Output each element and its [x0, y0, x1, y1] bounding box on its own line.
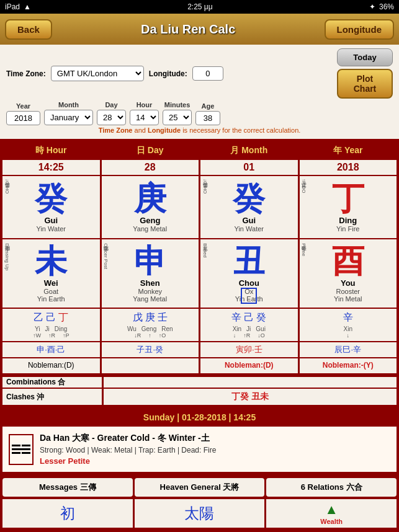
combinations-content	[104, 377, 397, 388]
stems-row: 傷官↓O HO 癸 Gui Yin Water 庚 Geng Yang Meta…	[2, 176, 397, 238]
combinations-label: Combinations 合	[2, 377, 102, 388]
nob-month: Nobleman:(D)	[200, 358, 298, 373]
stem-day-name: Geng	[140, 216, 160, 225]
hs-day-1: 戊	[133, 311, 143, 324]
stem-month-name: Gui	[242, 216, 256, 225]
hs-day-n2: Geng	[141, 326, 156, 332]
branch-month-char: 丑	[233, 245, 265, 277]
dots-day: 子丑·癸	[102, 342, 199, 357]
age-label: Age	[202, 102, 215, 110]
stem-day-desc: Yang Metal	[133, 225, 167, 233]
nob-hour: Nobleman:(D)	[2, 358, 100, 373]
hs-hour-3: 丁	[58, 311, 68, 324]
page-title: Da Liu Ren Calc	[141, 22, 235, 37]
year-group: Year	[6, 102, 40, 125]
column-values: 14:25 28 01 2018	[2, 160, 397, 175]
hs-day-a2: ↑	[148, 332, 151, 339]
controls-section: Time Zone: GMT UK/London Longitude: Toda…	[0, 45, 399, 140]
btc-relations-label: Wealth	[320, 518, 343, 525]
hs-hour-n2: Ji	[45, 326, 50, 332]
minutes-select[interactable]: 25	[163, 110, 192, 125]
branch-day-name2: Monkey	[138, 288, 162, 295]
branch-hour-desc: Yin Earth	[37, 295, 65, 303]
stem-month-desc: Yin Water	[235, 225, 264, 233]
stem-month: 傷官↓O HO 癸 Gui Yin Water	[200, 176, 298, 238]
warning-bold: Time Zone	[99, 126, 133, 134]
hour-group: Hour 14	[130, 101, 159, 125]
btc-relations: ▲ Wealth	[266, 499, 397, 528]
month-label: Month	[58, 101, 79, 109]
comb-c1	[105, 379, 200, 386]
plot-chart-button[interactable]: Plot Chart	[337, 69, 393, 99]
comb-c3	[300, 379, 395, 386]
back-button[interactable]: Back	[5, 19, 52, 40]
branch-hour: 冠帶 Dressing Up 未 Wei Goat Yin Earth	[2, 239, 100, 308]
warning-text: Time Zone and Longitude is necessary for…	[6, 125, 393, 135]
hs-day-n3: Ren	[161, 326, 173, 332]
longitude-ctrl-label: Longitude:	[149, 69, 187, 78]
col-value-day: 28	[102, 160, 199, 175]
col-header-hour: 時 Hour	[2, 143, 100, 159]
year-label: Year	[16, 102, 30, 110]
hs-month-a3: ↓O	[258, 332, 265, 339]
stem-year: 正官↑P DO 丁 Ding Yin Fire	[300, 176, 397, 238]
branch-hour-name2: Goat	[43, 288, 58, 295]
main-grid: 時 Hour 日 Day 月 Month 年 Year 14:25 28 01 …	[0, 140, 399, 377]
stem-hour-name: Gui	[44, 216, 58, 225]
dots-year: 辰巳·辛	[300, 342, 397, 357]
dots-row: 申·酉·己 子丑·癸 寅卯·壬 辰巳·辛	[2, 342, 397, 357]
tab-messages[interactable]: Messages 三傳	[2, 478, 133, 497]
hour-label: Hour	[137, 101, 153, 109]
longitude-button[interactable]: Longitude	[325, 19, 394, 40]
branch-day-char: 申	[134, 245, 166, 277]
info-detail-text: Strong: Wood | Weak: Metal | Trap: Earth…	[40, 446, 390, 454]
column-headers: 時 Hour 日 Day 月 Month 年 Year	[2, 143, 397, 159]
longitude-input[interactable]	[192, 66, 223, 81]
stem-year-char: 丁	[332, 182, 364, 215]
day-group: Day 28	[97, 101, 126, 125]
stem-hour-side: 傷官↓O HO	[4, 179, 9, 193]
branch-year-char: 酉	[332, 245, 364, 277]
minutes-group: Minutes 25	[163, 101, 192, 125]
nob-year: Nobleman:-(Y)	[300, 358, 397, 373]
dots-month: 寅卯·壬	[200, 342, 298, 357]
branch-month: 墓 Buried 丑 Chou Ox Yin Earth	[200, 239, 298, 308]
branch-hour-side: 冠帶 Dressing Up	[4, 242, 10, 270]
stem-hour-desc: Yin Water	[37, 225, 66, 233]
controls-buttons: Today Plot Chart	[337, 48, 393, 99]
dots-hour: 申·酉·己	[2, 342, 100, 357]
hs-month-1: 辛	[231, 311, 241, 324]
branch-hour-char: 未	[35, 245, 67, 277]
year-input[interactable]	[6, 111, 40, 125]
bluetooth-icon: ✦	[369, 2, 375, 11]
col-value-hour: 14:25	[2, 160, 100, 175]
hidden-day: 戊 庚 壬 Wu Geng Ren ↓R ↑ ↑O	[102, 309, 199, 341]
info-date-header: Sunday | 01-28-2018 | 14:25	[2, 410, 397, 425]
hour-select[interactable]: 14	[130, 110, 159, 125]
timezone-select[interactable]: GMT UK/London	[51, 66, 144, 81]
minutes-label: Minutes	[164, 101, 191, 109]
stem-hour-char: 癸	[35, 182, 67, 215]
month-select[interactable]: January	[44, 110, 93, 125]
hs-day-a3: ↑O	[159, 332, 166, 339]
day-label: Day	[105, 101, 117, 109]
wifi-icon: ▲	[24, 2, 31, 11]
combinations-clashes: Combinations 合 Clashes 沖 丁癸 丑未	[0, 377, 399, 405]
nobleman-row: Nobleman:(D) Nobleman:(D) Nobleman:-(Y)	[2, 358, 397, 373]
combinations-row: Combinations 合	[2, 377, 397, 388]
day-select[interactable]: 28	[97, 110, 126, 125]
status-left: iPad ▲	[5, 2, 31, 11]
hs-hour-1: 乙	[34, 311, 43, 324]
hs-hour-a2: ↑R	[48, 332, 55, 339]
hs-month-n3: Gui	[256, 326, 266, 332]
today-button[interactable]: Today	[337, 48, 393, 66]
col-value-month: 01	[200, 160, 298, 175]
age-input[interactable]	[195, 111, 220, 125]
btc-heaven: 太陽	[135, 499, 265, 528]
tab-6-relations[interactable]: 6 Relations 六合	[266, 478, 397, 497]
hs-hour-n1: Yi	[35, 326, 40, 332]
hs-month-n2: Ji	[246, 326, 251, 332]
hs-hour-2: 己	[46, 311, 56, 324]
tab-heaven-general[interactable]: Heaven General 天將	[135, 478, 265, 497]
col-header-month: 月 Month	[200, 143, 298, 159]
